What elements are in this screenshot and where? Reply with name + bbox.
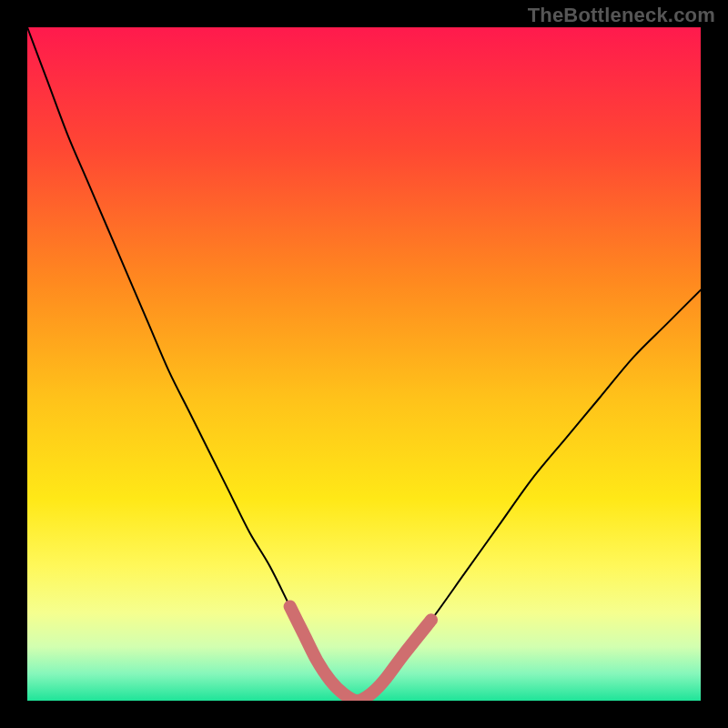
bottleneck-chart bbox=[0, 0, 728, 728]
watermark-text: TheBottleneck.com bbox=[528, 4, 715, 27]
chart-container: TheBottleneck.com bbox=[0, 0, 728, 728]
gradient-background bbox=[27, 27, 701, 701]
